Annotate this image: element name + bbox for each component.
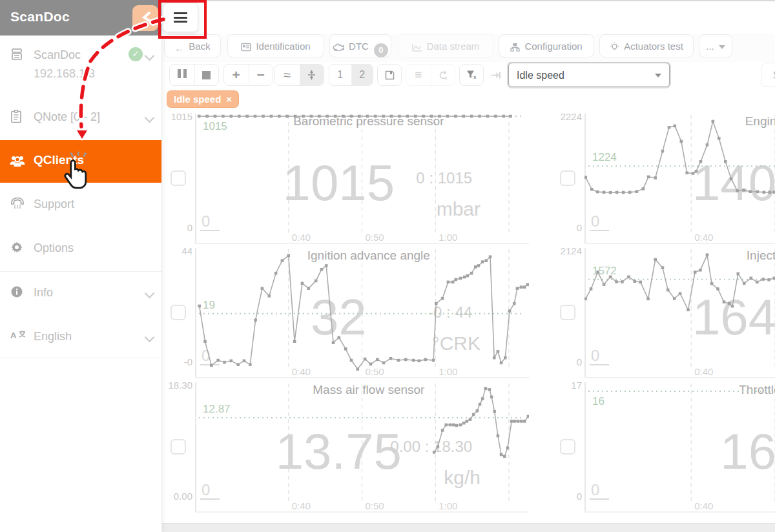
split-icon [307, 70, 316, 80]
idle-speed-chip[interactable]: Idle speed× [167, 90, 239, 108]
sidebar-item-info[interactable]: Info [0, 284, 161, 303]
sidebar-item-label: Support [34, 198, 74, 211]
list-button[interactable]: ≡ [406, 65, 431, 85]
svg-text:0:50: 0:50 [366, 366, 384, 377]
more-button[interactable]: ... [699, 34, 732, 57]
zoom-out-button[interactable]: − [249, 65, 273, 85]
svg-text:16: 16 [720, 423, 775, 480]
svg-text:Ignition advance angle: Ignition advance angle [307, 249, 430, 262]
svg-text:0: 0 [202, 212, 210, 230]
close-icon[interactable]: × [226, 94, 232, 105]
svg-text:0 : 1015: 0 : 1015 [416, 169, 472, 187]
svg-text:0:40: 0:40 [694, 232, 713, 243]
chart-cell: 101500:400:501:000Barometric pressure se… [168, 111, 529, 245]
stream-preset-select[interactable]: Idle speed [509, 63, 669, 87]
two-columns-button[interactable]: 2 [351, 65, 373, 85]
chart-checkbox[interactable] [560, 305, 575, 320]
status-bar [161, 523, 775, 532]
partial-right-button[interactable]: S [761, 63, 775, 87]
chart-checkbox[interactable] [170, 439, 186, 455]
svg-text:1015: 1015 [283, 154, 395, 211]
chart-cell: 18.300.000:400:501:000Mass air flow sens… [168, 380, 529, 513]
data-stream-icon [412, 37, 422, 60]
chart-plot[interactable]: 0:400:501:000Barometric pressure sensor1… [195, 111, 529, 247]
brand-title: ScanDoc [10, 9, 70, 25]
svg-text:0:50: 0:50 [366, 232, 384, 243]
stop-icon [202, 71, 211, 79]
sidebar-item-qnote[interactable]: QNote [0 - 2] [0, 108, 161, 128]
identification-button[interactable]: Identification [227, 34, 324, 57]
chart-plot[interactable]: 0:400:501:000Throttle position1616 [584, 380, 775, 516]
list-group: ≡ x [406, 64, 455, 86]
note-icon [10, 110, 25, 124]
svg-text:1:00: 1:00 [439, 232, 457, 243]
sidebar-item-scandoc[interactable]: ScanDoc ✓ [0, 46, 161, 66]
chart-checkbox[interactable] [170, 305, 186, 320]
chart-cell: 212400:400:501:000Injection time16401572 [557, 245, 775, 379]
tutorial-highlight-box [158, 0, 207, 39]
sidebar-item-options[interactable]: Options [0, 240, 161, 259]
svg-text:1:00: 1:00 [439, 500, 457, 511]
chart-checkbox[interactable] [560, 170, 575, 186]
svg-text:0:40: 0:40 [694, 500, 713, 511]
diagnostic-toolbar: ←Back Identification DTC0 Data stream Co… [161, 32, 775, 62]
svg-text:1015: 1015 [203, 120, 227, 132]
svg-text:x: x [473, 74, 477, 80]
actuators-test-button[interactable]: Actuators test [599, 34, 694, 57]
svg-text:0:50: 0:50 [366, 500, 384, 511]
top-bar [161, 0, 775, 34]
chart-checkbox[interactable] [560, 439, 575, 455]
back-arrow-icon: ← [174, 37, 184, 60]
y-axis-max-label: 17 [571, 380, 582, 391]
sidebar-item-label: Info [34, 286, 53, 300]
split-button[interactable] [300, 65, 324, 85]
save-button[interactable] [377, 64, 402, 86]
chevron-down-icon [145, 113, 155, 123]
device-ip: 192.168.1.3 [34, 67, 95, 81]
svg-text:°CRK: °CRK [432, 332, 480, 354]
chart-plot[interactable]: 0:400:501:000Engine speed14001224 [584, 111, 775, 247]
chart-plot[interactable]: 0:400:501:000Mass air flow sensor13.750.… [195, 380, 529, 516]
reset-button[interactable]: x [431, 65, 455, 85]
sidebar-item-language[interactable]: A English [0, 328, 161, 347]
clear-filter-button[interactable]: x [459, 64, 484, 86]
svg-text:1:00: 1:00 [439, 366, 457, 377]
sidebar: ScanDoc ScanDoc ✓ 192.168.1.3 QNote [0 -… [0, 0, 162, 532]
columns-group: 1 2 [329, 64, 373, 86]
svg-text:0: 0 [591, 347, 599, 364]
smooth-button[interactable]: ≈ [275, 65, 300, 85]
configuration-icon [510, 37, 520, 60]
chart-plot[interactable]: 0:400:501:000Injection time16401572 [584, 245, 775, 382]
sidebar-item-qclients[interactable]: QClients [0, 140, 161, 183]
svg-text:0:40: 0:40 [292, 366, 311, 377]
sidebar-item-label: QClients [34, 153, 84, 167]
pause-button[interactable] [170, 65, 194, 85]
y-axis-min-label: 0 [577, 491, 582, 502]
stop-button[interactable] [194, 65, 219, 85]
y-axis-max-label: 1015 [171, 111, 192, 122]
go-to-end-button[interactable] [484, 64, 508, 86]
configuration-button[interactable]: Configuration [499, 34, 594, 57]
chevron-down-icon [719, 45, 725, 49]
svg-text:1572: 1572 [592, 265, 617, 277]
list-icon: ≡ [415, 68, 422, 82]
svg-text:0:40: 0:40 [292, 500, 311, 511]
sidebar-item-support[interactable]: Support [0, 196, 161, 215]
chart-checkbox[interactable] [170, 170, 186, 186]
chart-cell: 222400:400:501:000Engine speed14001224 [557, 111, 775, 245]
chart-axis-column: 21240 [557, 245, 584, 379]
chart-plot[interactable]: 0:400:501:000Ignition advance angle32-0 … [195, 245, 529, 382]
language-icon: A [10, 329, 25, 343]
zoom-in-button[interactable]: + [224, 65, 249, 85]
svg-text:0:40: 0:40 [694, 366, 713, 377]
svg-text:kg/h: kg/h [444, 467, 480, 488]
sidebar-item-label: Options [34, 241, 74, 255]
save-icon [385, 70, 395, 80]
data-stream-button[interactable]: Data stream [398, 34, 493, 57]
y-axis-max-label: 18.30 [168, 380, 192, 391]
svg-text:0.00 : 18.30: 0.00 : 18.30 [390, 438, 472, 455]
stream-preset-select-wrap: Idle speed [508, 63, 670, 87]
chart-axis-column: 22240 [557, 111, 584, 245]
dtc-button[interactable]: DTC0 [329, 34, 391, 57]
one-column-button[interactable]: 1 [329, 65, 351, 85]
